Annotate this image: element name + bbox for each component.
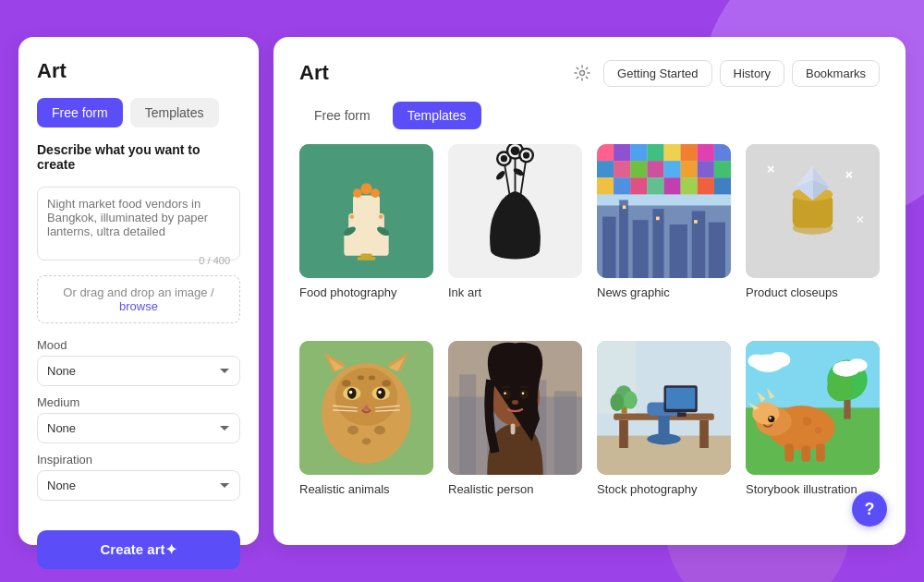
grid-item-person[interactable]: Realistic person bbox=[448, 341, 582, 523]
svg-rect-51 bbox=[664, 177, 681, 194]
svg-rect-64 bbox=[656, 217, 660, 221]
grid-item-stock[interactable]: Stock photography bbox=[597, 341, 731, 523]
svg-rect-33 bbox=[630, 144, 647, 161]
medium-select[interactable]: None Oil Paint Watercolor Digital Pencil bbox=[37, 413, 240, 443]
svg-rect-45 bbox=[698, 161, 714, 177]
svg-rect-43 bbox=[664, 161, 681, 177]
svg-point-116 bbox=[519, 390, 529, 400]
help-button[interactable]: ? bbox=[852, 491, 887, 527]
prompt-wrapper: 0 / 400 bbox=[37, 187, 240, 261]
getting-started-button[interactable]: Getting Started bbox=[603, 60, 711, 87]
right-tab-group: Free form Templates bbox=[299, 102, 880, 129]
svg-rect-2 bbox=[344, 234, 388, 256]
left-tab-group: Free form Templates bbox=[37, 98, 240, 127]
svg-rect-56 bbox=[602, 217, 616, 278]
prompt-textarea[interactable] bbox=[47, 197, 230, 248]
left-panel: Art Free form Templates Describe what yo… bbox=[18, 37, 259, 545]
main-container: Art Free form Templates Describe what yo… bbox=[18, 37, 906, 545]
svg-rect-132 bbox=[677, 412, 687, 417]
svg-point-21 bbox=[501, 155, 507, 162]
svg-point-5 bbox=[353, 188, 362, 198]
grid-label-food: Food photography bbox=[299, 285, 433, 299]
describe-label: Describe what you want to create bbox=[37, 142, 240, 172]
svg-point-150 bbox=[768, 416, 774, 422]
svg-rect-63 bbox=[623, 205, 626, 209]
medium-dropdown-item: Medium None Oil Paint Watercolor Digital… bbox=[37, 395, 240, 443]
svg-point-159 bbox=[748, 355, 765, 369]
grid-image-food bbox=[299, 144, 433, 278]
template-grid: Food photography bbox=[299, 144, 880, 523]
svg-rect-41 bbox=[630, 161, 647, 177]
svg-point-119 bbox=[512, 400, 518, 405]
right-panel-title: Art bbox=[299, 61, 329, 85]
svg-rect-44 bbox=[681, 161, 698, 177]
svg-rect-131 bbox=[666, 388, 695, 409]
svg-point-158 bbox=[768, 352, 790, 368]
svg-rect-37 bbox=[698, 144, 714, 161]
grid-image-ink bbox=[448, 144, 582, 278]
settings-icon[interactable] bbox=[568, 59, 596, 87]
dropdown-group: Mood None Happy Sad Dark Bright Medium N… bbox=[37, 338, 240, 501]
mood-select[interactable]: None Happy Sad Dark Bright bbox=[37, 356, 240, 386]
grid-image-news bbox=[597, 144, 731, 278]
svg-point-129 bbox=[647, 433, 680, 444]
svg-point-106 bbox=[362, 438, 371, 444]
grid-image-storybook bbox=[746, 341, 880, 475]
grid-label-animals: Realistic animals bbox=[299, 482, 433, 496]
svg-point-105 bbox=[374, 426, 385, 435]
svg-rect-153 bbox=[801, 446, 810, 462]
svg-point-24 bbox=[511, 146, 520, 155]
left-panel-title: Art bbox=[37, 59, 240, 83]
svg-point-102 bbox=[358, 375, 364, 380]
grid-item-animals[interactable]: Realistic animals bbox=[299, 341, 433, 523]
svg-rect-54 bbox=[714, 177, 731, 194]
svg-rect-4 bbox=[353, 196, 380, 216]
svg-rect-39 bbox=[597, 161, 614, 177]
left-tab-templates[interactable]: Templates bbox=[130, 98, 219, 127]
grid-image-stock bbox=[597, 341, 731, 475]
left-tab-freeform[interactable]: Free form bbox=[37, 98, 123, 127]
svg-rect-50 bbox=[647, 177, 663, 194]
right-tab-freeform[interactable]: Free form bbox=[299, 102, 385, 129]
svg-point-0 bbox=[580, 71, 585, 76]
browse-link[interactable]: browse bbox=[119, 299, 158, 313]
svg-rect-49 bbox=[630, 177, 647, 194]
svg-rect-125 bbox=[619, 420, 628, 448]
bookmarks-button[interactable]: Bookmarks bbox=[792, 60, 880, 87]
svg-point-146 bbox=[752, 402, 779, 424]
svg-point-155 bbox=[803, 417, 812, 426]
svg-rect-31 bbox=[597, 144, 614, 161]
svg-rect-53 bbox=[698, 177, 714, 194]
svg-point-101 bbox=[382, 380, 391, 386]
svg-point-161 bbox=[847, 358, 868, 372]
svg-point-151 bbox=[769, 417, 771, 418]
grid-item-food[interactable]: Food photography bbox=[299, 144, 433, 326]
header-actions: Getting Started History Bookmarks bbox=[568, 59, 880, 87]
svg-rect-57 bbox=[619, 200, 628, 278]
history-button[interactable]: History bbox=[720, 60, 784, 87]
svg-rect-36 bbox=[681, 144, 698, 161]
grid-image-product bbox=[746, 144, 880, 278]
right-tab-templates[interactable]: Templates bbox=[393, 102, 481, 129]
grid-label-stock: Stock photography bbox=[597, 482, 731, 496]
grid-label-product: Product closeups bbox=[746, 285, 880, 299]
svg-point-100 bbox=[342, 380, 351, 386]
grid-item-news[interactable]: News graphic bbox=[597, 144, 731, 326]
right-panel: Art Getting Started History Bookmarks Fr… bbox=[274, 37, 906, 545]
grid-label-person: Realistic person bbox=[448, 482, 582, 496]
svg-rect-34 bbox=[647, 144, 663, 161]
create-art-button[interactable]: Create art✦ bbox=[37, 530, 240, 569]
upload-area[interactable]: Or drag and drop an image / browse bbox=[37, 275, 240, 323]
right-header: Art Getting Started History Bookmarks bbox=[299, 59, 880, 87]
inspiration-label: Inspiration bbox=[37, 453, 240, 467]
svg-point-103 bbox=[369, 375, 375, 380]
inspiration-select[interactable]: None Renaissance Modern Abstract Surreal bbox=[37, 470, 240, 501]
svg-point-115 bbox=[502, 390, 511, 400]
grid-item-ink[interactable]: Ink art bbox=[448, 144, 582, 326]
svg-rect-60 bbox=[670, 224, 687, 278]
svg-point-156 bbox=[815, 427, 821, 433]
svg-point-118 bbox=[522, 393, 524, 394]
grid-item-product[interactable]: Product closeups bbox=[746, 144, 880, 326]
svg-rect-112 bbox=[554, 391, 577, 475]
medium-label: Medium bbox=[37, 395, 240, 409]
